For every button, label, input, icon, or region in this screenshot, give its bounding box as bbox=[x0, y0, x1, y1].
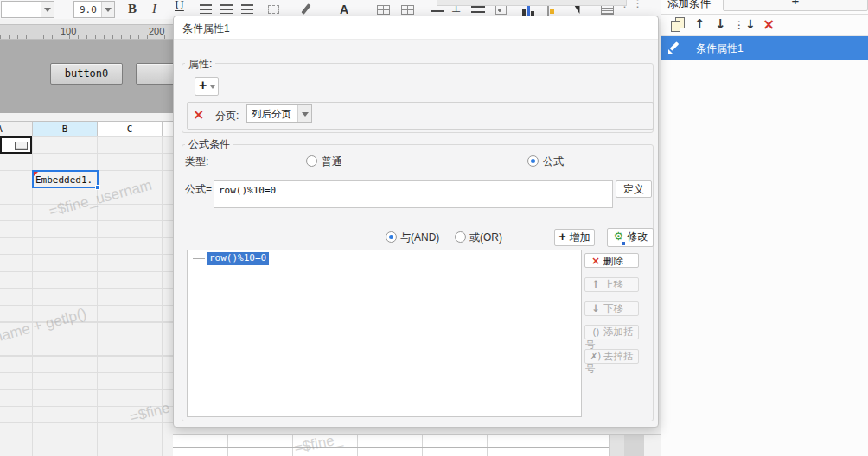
add-bracket-button[interactable]: 添加括号 bbox=[584, 325, 639, 339]
modify-condition-button[interactable]: 修改 bbox=[607, 228, 654, 247]
dialog-title-bar[interactable]: 条件属性1 bbox=[174, 16, 658, 40]
radio-or-label[interactable]: 或(OR) bbox=[469, 231, 502, 245]
form-design-area: button0 bbox=[0, 40, 173, 113]
delete-icon[interactable]: × bbox=[763, 17, 775, 33]
dashed-border-icon[interactable] bbox=[268, 5, 279, 14]
grid-line bbox=[227, 435, 228, 456]
radio-formula-label[interactable]: 公式 bbox=[543, 155, 564, 169]
formula-condition-legend: 公式条件 bbox=[185, 137, 233, 152]
radio-or[interactable] bbox=[455, 231, 466, 243]
underline-button[interactable]: U bbox=[175, 0, 184, 14]
column-header-b[interactable]: B bbox=[33, 122, 98, 137]
tree-connector bbox=[193, 258, 205, 259]
sheet-edge-block bbox=[624, 435, 644, 456]
attributes-legend: 属性: bbox=[185, 57, 215, 72]
panel-add-button[interactable]: + bbox=[723, 0, 868, 11]
radio-normal[interactable] bbox=[306, 155, 317, 167]
cell-b3-selected[interactable]: Embedded1. bbox=[32, 170, 99, 188]
italic-button[interactable]: I bbox=[152, 0, 156, 17]
font-name-combo[interactable] bbox=[1, 1, 54, 18]
sort-icon[interactable] bbox=[734, 16, 756, 32]
formula-label: 公式= bbox=[185, 182, 212, 197]
condition-item-row-selected[interactable]: 条件属性1 bbox=[661, 36, 868, 60]
column-header-a[interactable]: A bbox=[0, 122, 33, 137]
move-up-icon[interactable]: ↑ bbox=[694, 16, 705, 32]
align-left-icon[interactable] bbox=[200, 4, 212, 14]
edit-cell[interactable] bbox=[661, 36, 686, 60]
up-arrow-icon: ↑ bbox=[590, 278, 602, 291]
paging-select[interactable]: 列后分页 bbox=[246, 104, 312, 123]
move-down-icon[interactable]: ↓ bbox=[715, 16, 726, 32]
bold-button[interactable]: B bbox=[128, 0, 137, 17]
column-header-partial[interactable] bbox=[163, 122, 173, 137]
define-button[interactable]: 定义 bbox=[616, 180, 652, 198]
bottom-border-icon[interactable] bbox=[431, 10, 444, 12]
dropdown-arrow-icon bbox=[210, 86, 215, 89]
add-attribute-button[interactable]: + bbox=[195, 77, 219, 96]
bracket-icon bbox=[590, 326, 602, 339]
condition-attribute-dialog: 条件属性1 属性: + × 分页: 列后分页 公式条件 类型: 普通 公式 公式… bbox=[173, 16, 659, 428]
condition-item-label: 条件属性1 bbox=[696, 41, 744, 56]
delete-button[interactable]: ×删除 bbox=[584, 253, 639, 268]
selected-widget-cell[interactable] bbox=[0, 136, 32, 154]
ruler-mark-100: 100 bbox=[61, 26, 76, 36]
column-header-row: A B C bbox=[0, 121, 173, 136]
spreadsheet-bottom-strip bbox=[173, 434, 661, 456]
copy-icon[interactable] bbox=[671, 17, 685, 32]
font-size-combo[interactable]: 9.0 bbox=[73, 1, 115, 18]
form-button0[interactable]: button0 bbox=[50, 63, 123, 85]
down-arrow-icon: ↓ bbox=[590, 302, 602, 315]
remove-bracket-button[interactable]: 去掉括号 bbox=[584, 349, 639, 364]
align-right-icon[interactable] bbox=[241, 4, 253, 14]
type-label: 类型: bbox=[185, 155, 208, 169]
condition-list[interactable]: row()%10=0 bbox=[187, 250, 582, 417]
sheet-edge-gap bbox=[644, 435, 661, 456]
paging-select-value: 列后分页 bbox=[252, 108, 291, 121]
grid-line bbox=[552, 435, 552, 456]
plus-icon: + bbox=[792, 0, 800, 8]
cell-style-icon[interactable] bbox=[495, 5, 507, 15]
column-header-c[interactable]: C bbox=[98, 122, 163, 137]
gear-icon bbox=[613, 229, 624, 245]
move-up-button[interactable]: ↑上移 bbox=[584, 277, 639, 292]
delete-x-icon: × bbox=[590, 254, 602, 268]
condition-panel: 添加条件 + ↑ ↓ × 条件属性1 bbox=[661, 0, 868, 456]
font-size-value: 9.0 bbox=[80, 4, 97, 16]
sheet-edge-block bbox=[609, 435, 624, 456]
condition-list-item[interactable]: row()%10=0 bbox=[207, 252, 269, 265]
remove-attribute-icon[interactable]: × bbox=[193, 108, 204, 122]
grid-line bbox=[173, 440, 609, 440]
window-edge-bar bbox=[437, 0, 627, 6]
align-center-icon[interactable] bbox=[220, 4, 233, 14]
grid-line bbox=[173, 447, 609, 448]
paging-label: 分页: bbox=[215, 109, 239, 124]
add-condition-button[interactable]: 增加 bbox=[554, 229, 595, 246]
move-down-button[interactable]: ↓下移 bbox=[584, 301, 639, 316]
radio-and[interactable] bbox=[386, 231, 397, 243]
format-painter-icon[interactable] bbox=[301, 3, 310, 15]
ruler-mark-200: 200 bbox=[149, 26, 164, 36]
formula-input[interactable]: row()%10=0 bbox=[214, 180, 613, 208]
chevron-down-icon[interactable] bbox=[101, 2, 114, 17]
list-view-icon[interactable] bbox=[601, 5, 614, 15]
split-cells-icon[interactable] bbox=[401, 5, 414, 15]
double-line-icon[interactable] bbox=[471, 6, 485, 13]
grid-line bbox=[487, 435, 488, 456]
radio-and-label[interactable]: 与(AND) bbox=[400, 231, 439, 245]
radio-normal-label[interactable]: 普通 bbox=[322, 155, 342, 169]
form-button-partial[interactable] bbox=[136, 63, 173, 85]
merge-cells-icon[interactable] bbox=[377, 5, 390, 15]
finereport-designer: 9.0 B I U A ⊥ 100 200 button0 A bbox=[0, 0, 868, 456]
divider bbox=[661, 14, 868, 15]
dialog-title: 条件属性1 bbox=[182, 22, 230, 36]
grid-line bbox=[422, 435, 423, 456]
radio-formula[interactable] bbox=[527, 155, 539, 167]
cell-value: Embedded1. bbox=[35, 174, 93, 186]
grid-line bbox=[357, 435, 358, 456]
chevron-down-icon[interactable] bbox=[41, 2, 54, 17]
panel-title: 添加条件 bbox=[667, 0, 711, 11]
button-widget-icon bbox=[15, 142, 28, 150]
horizontal-ruler: 100 200 bbox=[0, 24, 173, 40]
pencil-icon bbox=[668, 42, 680, 54]
remove-bracket-icon bbox=[590, 350, 602, 363]
